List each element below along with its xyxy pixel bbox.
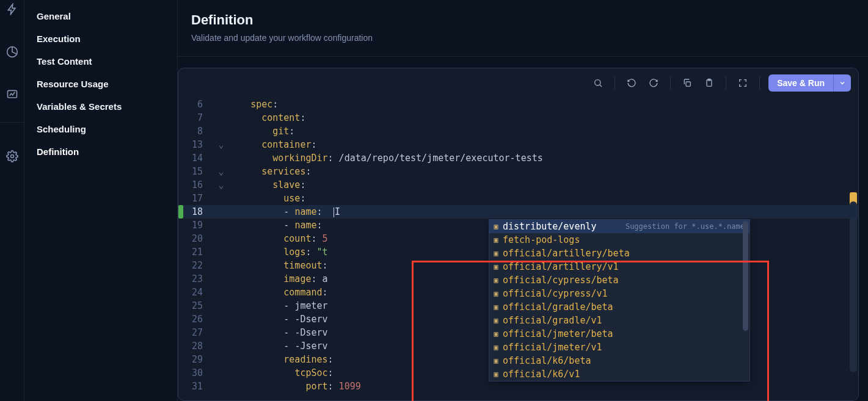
suggestion-icon: ▣: [489, 260, 503, 273]
toolbar-separator: [670, 76, 671, 90]
suggestion-icon: ▣: [489, 220, 503, 233]
autocomplete-item[interactable]: ▣official/cypress/v1: [489, 287, 749, 300]
svg-rect-4: [686, 82, 690, 86]
sidebar-item-definition[interactable]: Definition: [24, 140, 177, 163]
svg-point-3: [595, 80, 600, 85]
suggestion-icon: ▣: [489, 300, 503, 314]
autocomplete-label: distribute/evenly: [503, 220, 625, 233]
code-editor[interactable]: 6 spec:7 content:8 git:13⌄ container:14 …: [178, 98, 858, 400]
pie-chart-icon[interactable]: [6, 43, 18, 61]
code-line[interactable]: 7 content:: [178, 111, 858, 125]
code-line[interactable]: 8 git:: [178, 125, 858, 138]
autocomplete-item[interactable]: ▣official/k6/beta: [489, 354, 749, 367]
code-line[interactable]: 16⌄ slave:: [178, 178, 858, 192]
suggestion-icon: ▣: [489, 287, 503, 300]
code-line[interactable]: 18 - name: 𝙸: [178, 205, 858, 219]
autocomplete-label: official/k6/beta: [503, 354, 749, 367]
save-and-run-dropdown[interactable]: [833, 74, 851, 92]
suggestion-icon: ▣: [489, 327, 503, 341]
search-icon[interactable]: [590, 75, 606, 91]
suggestion-icon: ▣: [489, 367, 503, 381]
clipboard-icon[interactable]: [701, 75, 717, 91]
autocomplete-hint: Suggestion for *.use.*.name: [625, 220, 749, 233]
sidebar-item-test-content[interactable]: Test Content: [24, 50, 177, 73]
svg-point-2: [10, 155, 13, 158]
code-line[interactable]: 14 workingDir: /data/repo/test/jmeter/ex…: [178, 151, 858, 165]
sidebar-item-resource-usage[interactable]: Resource Usage: [24, 73, 177, 95]
toolbar-separator: [615, 76, 615, 90]
autocomplete-label: official/k6/v1: [503, 367, 749, 381]
lightning-icon[interactable]: [6, 0, 18, 18]
save-and-run-button[interactable]: Save & Run: [768, 74, 833, 92]
code-line[interactable]: 31 port: 1099: [178, 380, 858, 393]
sidebar-item-general[interactable]: General: [24, 5, 177, 27]
autocomplete-item[interactable]: ▣official/jmeter/beta: [489, 327, 749, 341]
autocomplete-label: fetch-pod-logs: [503, 233, 749, 247]
sidebar-item-variables-secrets[interactable]: Variables & Secrets: [24, 95, 177, 118]
autocomplete-label: official/artillery/beta: [503, 247, 749, 260]
autocomplete-label: official/gradle/beta: [503, 300, 749, 314]
autocomplete-label: official/jmeter/v1: [503, 341, 749, 354]
autocomplete-item[interactable]: ▣fetch-pod-logs: [489, 233, 749, 247]
suggestion-icon: ▣: [489, 273, 503, 287]
sidebar: GeneralExecutionTest ContentResource Usa…: [24, 0, 177, 401]
gear-icon[interactable]: [6, 147, 18, 165]
toolbar-separator: [759, 76, 760, 90]
code-line[interactable]: 17 use:: [178, 192, 858, 205]
monitor-icon[interactable]: [6, 85, 18, 104]
suggestion-icon: ▣: [489, 341, 503, 354]
page-title: Definition: [191, 12, 855, 28]
autocomplete-label: official/gradle/v1: [503, 314, 749, 327]
code-line[interactable]: 13⌄ container:: [178, 138, 858, 151]
redo-icon[interactable]: [646, 75, 662, 91]
autocomplete-item[interactable]: ▣official/artillery/beta: [489, 247, 749, 260]
autocomplete-item[interactable]: ▣official/k6/v1: [489, 367, 749, 381]
editor-panel: Save & Run 6 spec:7 content:8 git:13⌄ co…: [178, 68, 859, 401]
autocomplete-label: official/artillery/v1: [503, 260, 749, 273]
autocomplete-item[interactable]: ▣official/artillery/v1: [489, 260, 749, 273]
autocomplete-item[interactable]: ▣official/gradle/v1: [489, 314, 749, 327]
main-pane: Definition Validate and update your work…: [177, 0, 868, 401]
page-subtitle: Validate and update your workflow config…: [191, 33, 855, 43]
suggestion-icon: ▣: [489, 354, 503, 367]
fullscreen-icon[interactable]: [735, 75, 751, 91]
undo-icon[interactable]: [624, 75, 640, 91]
scrollbar[interactable]: [743, 221, 748, 331]
autocomplete-label: official/cypress/v1: [503, 287, 749, 300]
autocomplete-label: official/cypress/beta: [503, 273, 749, 287]
sidebar-item-execution[interactable]: Execution: [24, 27, 177, 50]
copy-icon[interactable]: [679, 75, 695, 91]
autocomplete-item[interactable]: ▣official/jmeter/v1: [489, 341, 749, 354]
icon-rail: [0, 0, 24, 401]
autocomplete-item[interactable]: ▣distribute/evenlySuggestion for *.use.*…: [489, 220, 749, 233]
rail-divider: [0, 122, 24, 123]
suggestion-icon: ▣: [489, 233, 503, 247]
sidebar-item-scheduling[interactable]: Scheduling: [24, 118, 177, 140]
suggestion-icon: ▣: [489, 247, 503, 260]
autocomplete-popup[interactable]: ▣distribute/evenlySuggestion for *.use.*…: [489, 219, 750, 381]
autocomplete-item[interactable]: ▣official/cypress/beta: [489, 273, 749, 287]
toolbar-separator: [726, 76, 726, 90]
autocomplete-label: official/jmeter/beta: [503, 327, 749, 341]
editor-toolbar: Save & Run: [178, 68, 858, 98]
autocomplete-item[interactable]: ▣official/gradle/beta: [489, 300, 749, 314]
code-line[interactable]: 6 spec:: [178, 98, 858, 111]
suggestion-icon: ▣: [489, 314, 503, 327]
page-header: Definition Validate and update your work…: [178, 0, 868, 57]
code-line[interactable]: 15⌄ services:: [178, 165, 858, 178]
